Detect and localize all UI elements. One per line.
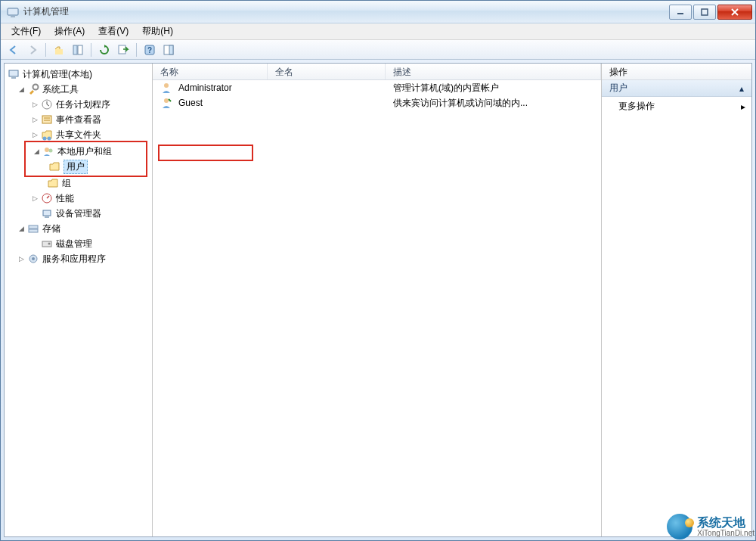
- toolbar-separator: [91, 43, 91, 57]
- tree-disk-management[interactable]: 磁盘管理: [5, 236, 152, 251]
- tree-label: 计算机管理(本地): [23, 68, 92, 81]
- tree-system-tools[interactable]: ◢ 系统工具: [5, 82, 152, 97]
- show-hide-tree-button[interactable]: [70, 42, 86, 58]
- chevron-right-icon: ▸: [741, 101, 745, 112]
- tree-shared-folders[interactable]: ▷ 共享文件夹: [5, 127, 152, 142]
- menu-help[interactable]: 帮助(H): [136, 23, 179, 39]
- tree-label: 设备管理器: [56, 207, 101, 220]
- export-button[interactable]: [115, 42, 132, 58]
- content-area: 计算机管理(本地) ◢ 系统工具 ▷ 任务计划程序 ▷ 事件查看器 ▷ 共享文件: [4, 63, 752, 537]
- titlebar: 计算机管理: [1, 1, 755, 23]
- menu-file[interactable]: 文件(F): [5, 23, 47, 39]
- tree-performance[interactable]: ▷ 性能: [5, 191, 152, 206]
- expand-icon[interactable]: ▷: [30, 115, 39, 124]
- tree-label: 存储: [42, 222, 60, 235]
- tree-services-apps[interactable]: ▷ 服务和应用程序: [5, 251, 152, 266]
- list-item-administrator[interactable]: Administrator 管理计算机(域)的内置帐户: [153, 80, 601, 95]
- actions-section-title[interactable]: 用户 ▴: [602, 80, 751, 97]
- svg-rect-1: [11, 16, 15, 17]
- tree-label: 系统工具: [42, 83, 79, 96]
- svg-rect-28: [29, 229, 38, 232]
- list-body: Administrator 管理计算机(域)的内置帐户 Guest 供来宾访问计…: [153, 80, 601, 536]
- tree-local-users-groups[interactable]: ◢ 本地用户和组: [26, 144, 146, 159]
- shared-folder-icon: [41, 129, 53, 141]
- refresh-button[interactable]: [96, 42, 113, 58]
- user-name: Guest: [178, 98, 203, 108]
- services-icon: [27, 253, 39, 265]
- up-button[interactable]: [51, 42, 67, 58]
- menu-action[interactable]: 操作(A): [48, 23, 91, 39]
- window-controls: [668, 5, 752, 20]
- tree-storage[interactable]: ◢ 存储: [5, 221, 152, 236]
- column-fullname[interactable]: 全名: [268, 64, 386, 79]
- column-description[interactable]: 描述: [386, 64, 601, 79]
- folder-icon: [48, 160, 60, 173]
- tree-label: 组: [62, 177, 71, 190]
- collapse-icon[interactable]: ◢: [32, 147, 41, 156]
- action-pane-button[interactable]: [160, 42, 177, 58]
- menu-view[interactable]: 查看(V): [92, 23, 135, 39]
- user-icon: [160, 97, 172, 109]
- user-name: Administrator: [178, 82, 232, 93]
- actions-header: 操作: [602, 64, 751, 80]
- tree-groups[interactable]: 组: [5, 176, 152, 191]
- expand-icon[interactable]: ▷: [30, 100, 39, 109]
- help-button[interactable]: ?: [141, 42, 158, 58]
- list-panel: 名称 全名 描述 Administrator 管理计算机(域)的内置帐户 Gu: [153, 64, 602, 536]
- svg-text:?: ?: [147, 46, 152, 54]
- collapse-icon[interactable]: ◢: [17, 85, 26, 94]
- toolbar-separator: [45, 43, 46, 57]
- storage-icon: [27, 222, 39, 235]
- svg-rect-13: [9, 70, 18, 76]
- performance-icon: [41, 192, 53, 204]
- svg-point-20: [43, 137, 47, 141]
- svg-rect-25: [43, 210, 51, 216]
- minimize-button[interactable]: [669, 5, 692, 20]
- tree-label: 事件查看器: [56, 113, 101, 126]
- column-name[interactable]: 名称: [153, 64, 268, 79]
- tree-label: 性能: [56, 192, 74, 205]
- app-icon: [7, 6, 19, 18]
- tree-event-viewer[interactable]: ▷ 事件查看器: [5, 112, 152, 127]
- users-group-icon: [42, 145, 54, 157]
- svg-rect-26: [45, 216, 49, 218]
- svg-rect-6: [73, 45, 77, 54]
- tree-label: 磁盘管理: [56, 238, 92, 250]
- svg-point-34: [164, 98, 169, 103]
- user-description: 管理计算机(域)的内置帐户: [386, 82, 601, 95]
- back-button[interactable]: [5, 42, 22, 58]
- tree-label: 任务计划程序: [56, 98, 110, 111]
- expand-icon[interactable]: ▷: [17, 254, 26, 263]
- list-item-guest[interactable]: Guest 供来宾访问计算机或访问域的内...: [153, 95, 601, 110]
- svg-rect-14: [11, 77, 16, 79]
- window-frame: 计算机管理 文件(F) 操作(A) 查看(V) 帮助(H) ? 计算: [0, 0, 756, 541]
- svg-rect-0: [8, 8, 18, 15]
- clock-icon: [41, 98, 53, 110]
- tree-users[interactable]: 用户: [26, 159, 146, 174]
- tree-task-scheduler[interactable]: ▷ 任务计划程序: [5, 97, 152, 112]
- svg-point-22: [45, 148, 49, 152]
- tools-icon: [27, 83, 39, 95]
- tree-device-manager[interactable]: 设备管理器: [5, 206, 152, 221]
- svg-point-30: [48, 243, 51, 245]
- svg-point-33: [164, 83, 169, 88]
- maximize-button[interactable]: [693, 5, 716, 20]
- tree-label: 本地用户和组: [57, 145, 112, 158]
- user-icon: [160, 82, 172, 94]
- tree-label: 服务和应用程序: [42, 253, 106, 266]
- window-title: 计算机管理: [23, 5, 69, 18]
- computer-icon: [8, 68, 20, 80]
- tree-root[interactable]: 计算机管理(本地): [5, 67, 152, 82]
- actions-panel: 操作 用户 ▴ 更多操作 ▸: [602, 64, 751, 536]
- collapse-icon[interactable]: ◢: [17, 224, 26, 233]
- close-button[interactable]: [717, 5, 752, 20]
- disk-icon: [41, 238, 53, 250]
- actions-more[interactable]: 更多操作 ▸: [602, 97, 751, 116]
- expand-icon[interactable]: ▷: [30, 194, 39, 203]
- expand-icon[interactable]: ▷: [30, 130, 39, 139]
- svg-point-23: [49, 149, 53, 153]
- event-icon: [41, 113, 53, 126]
- toolbar-separator: [136, 43, 137, 57]
- svg-rect-27: [29, 225, 38, 229]
- forward-button[interactable]: [24, 42, 41, 58]
